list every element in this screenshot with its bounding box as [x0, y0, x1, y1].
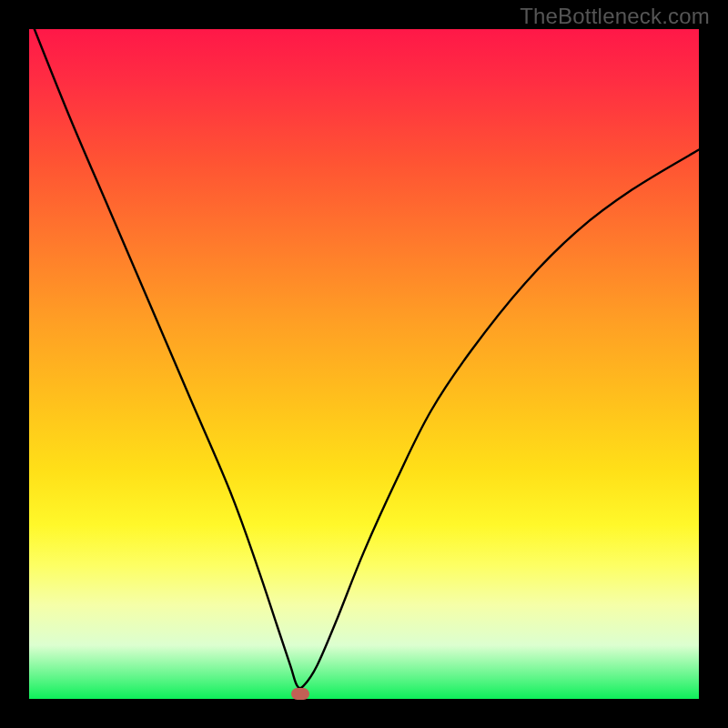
plot-area — [29, 29, 699, 699]
watermark-text: TheBottleneck.com — [520, 4, 710, 29]
bottleneck-curve — [29, 29, 699, 699]
chart-frame: TheBottleneck.com — [0, 0, 728, 728]
curve-path — [29, 15, 699, 688]
optimum-marker — [291, 688, 309, 700]
